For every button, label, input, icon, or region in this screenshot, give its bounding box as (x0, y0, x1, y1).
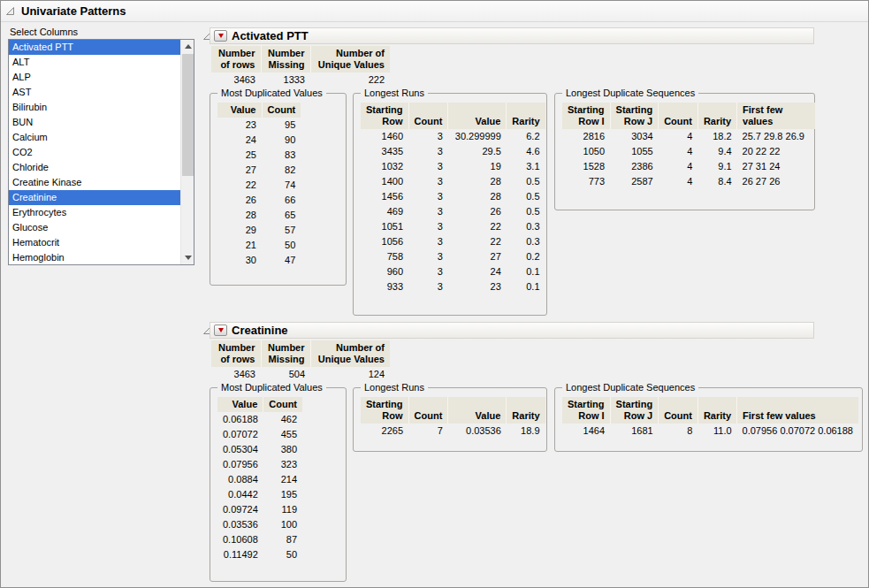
group-title: Longest Runs (361, 382, 428, 393)
table-cell: 1528 (562, 159, 610, 174)
table-cell: 28 (448, 189, 507, 204)
red-triangle-menu-button[interactable] (214, 30, 227, 42)
table-cell: 65 (262, 208, 301, 223)
column-header: Number of Unique Values (310, 46, 390, 73)
table-cell: 8.4 (697, 174, 736, 189)
table-cell: 0.2 (507, 249, 545, 264)
table-cell: 23 (448, 279, 507, 294)
table-cell: 773 (562, 174, 610, 189)
table-cell: 3 (408, 144, 448, 159)
column-header: Number Missing (261, 46, 310, 73)
table-row: 3435329.54.6 (361, 144, 545, 159)
table-row: 4693260.5 (361, 204, 545, 219)
table-cell: 1681 (610, 424, 659, 439)
panel-titlebar: Activated PTT (210, 27, 814, 44)
table-cell: 27 (448, 249, 507, 264)
table-row: 0.05304380 (217, 442, 302, 457)
table-cell: 26 (448, 204, 507, 219)
table-cell: 3 (408, 129, 448, 144)
table-cell: 3 (408, 249, 448, 264)
table-cell: 455 (263, 427, 302, 442)
table-cell: 19 (448, 159, 507, 174)
table-cell: 8 (659, 424, 698, 439)
table-row: 0.0884214 (217, 472, 302, 487)
table-cell: 2587 (610, 174, 659, 189)
table-cell: 4 (659, 144, 698, 159)
table-cell: 0.09724 (217, 502, 263, 517)
table-row: 10513220.3 (361, 219, 545, 234)
column-header: Rarity (697, 397, 736, 424)
panel-activated-ptt: Activated PTT Number of rowsNumber Missi… (1, 27, 868, 322)
panel-creatinine: Creatinine Number of rowsNumber MissingN… (1, 322, 868, 584)
table-cell: 758 (361, 249, 408, 264)
table-cell: 3463 (211, 73, 261, 88)
table-row: 28163034418.225.7 29.8 26.9 (562, 129, 815, 144)
column-header: Rarity (507, 103, 545, 129)
group-longest-duplicate-sequences: Longest Duplicate Sequences Starting Row… (554, 93, 815, 210)
table-cell: 0.07956 0.07072 0.06188 (737, 424, 858, 439)
table-row: 0.07072455 (217, 427, 302, 442)
table-cell: 50 (263, 547, 302, 562)
column-header: Starting Row I (562, 103, 610, 129)
table-cell: 20 22 22 (737, 144, 815, 159)
column-header: Rarity (697, 103, 736, 129)
table-row: 0.1060887 (217, 532, 302, 547)
table-cell: 25 (217, 148, 262, 163)
header-row: Starting Row IStarting Row JCountRarityF… (562, 397, 858, 424)
table-cell: 3 (408, 279, 448, 294)
table-cell: 95 (262, 118, 301, 133)
table-cell: 21 (217, 238, 262, 253)
header-row: Number of rowsNumber MissingNumber of Un… (211, 340, 390, 367)
table-cell: 100 (263, 517, 302, 532)
table-cell: 933 (361, 279, 408, 294)
table-cell: 0.3 (507, 219, 545, 234)
column-header: Number of rows (211, 46, 261, 73)
table-row: 2782 (217, 163, 301, 178)
table-cell: 9.1 (697, 159, 736, 174)
table-cell: 3 (408, 264, 448, 279)
group-most-duplicated-values: Most Duplicated Values ValueCount 239524… (210, 93, 347, 286)
panel-title: Creatinine (232, 324, 288, 337)
table-cell: 23 (217, 118, 262, 133)
table-cell: 83 (262, 148, 301, 163)
disclosure-triangle-icon[interactable] (5, 6, 15, 16)
table-cell: 90 (262, 133, 301, 148)
table-cell: 11.0 (697, 424, 736, 439)
table-cell: 469 (361, 204, 408, 219)
table-row: 2274 (217, 178, 301, 193)
table-cell: 0.03536 (217, 517, 263, 532)
table-cell: 0.5 (507, 189, 545, 204)
group-longest-runs: Longest Runs Starting RowCountValueRarit… (353, 387, 547, 452)
table-cell: 74 (262, 178, 301, 193)
univariate-patterns-window: Univariate Patterns Select Columns Activ… (0, 0, 869, 588)
red-triangle-menu-button[interactable] (214, 325, 227, 336)
table-row: 3047 (217, 253, 301, 268)
table-cell: 3 (408, 174, 448, 189)
table-cell: 4 (659, 129, 698, 144)
header-row: Number of rowsNumber MissingNumber of Un… (211, 46, 390, 73)
column-header: First few values (737, 103, 815, 129)
table-cell: 22 (217, 178, 262, 193)
column-header: Starting Row I (562, 397, 610, 424)
column-header: Count (659, 397, 698, 424)
table-cell: 4.6 (507, 144, 545, 159)
longest-runs-table: Starting RowCountValueRarity 226570.0353… (361, 397, 545, 439)
table-cell: 30 (217, 253, 262, 268)
header-row: Starting RowCountValueRarity (361, 103, 545, 129)
table-row: 14003280.5 (361, 174, 545, 189)
table-row: 0.06188462 (217, 412, 302, 427)
table-row: 0.0442195 (217, 487, 302, 502)
table-cell: 0.1 (507, 279, 545, 294)
panel-titlebar: Creatinine (210, 322, 814, 339)
header-row: Starting RowCountValueRarity (361, 397, 545, 424)
table-cell: 0.10608 (217, 532, 263, 547)
table-cell: 28 (448, 174, 507, 189)
table-cell: 1055 (610, 144, 659, 159)
table-cell: 462 (263, 412, 302, 427)
table-cell: 22 (448, 219, 507, 234)
table-row: 1528238649.127 31 24 (562, 159, 815, 174)
column-header: Starting Row (361, 397, 408, 424)
table-cell: 0.06188 (217, 412, 263, 427)
table-cell: 26 27 26 (737, 174, 815, 189)
table-cell: 4 (659, 174, 698, 189)
